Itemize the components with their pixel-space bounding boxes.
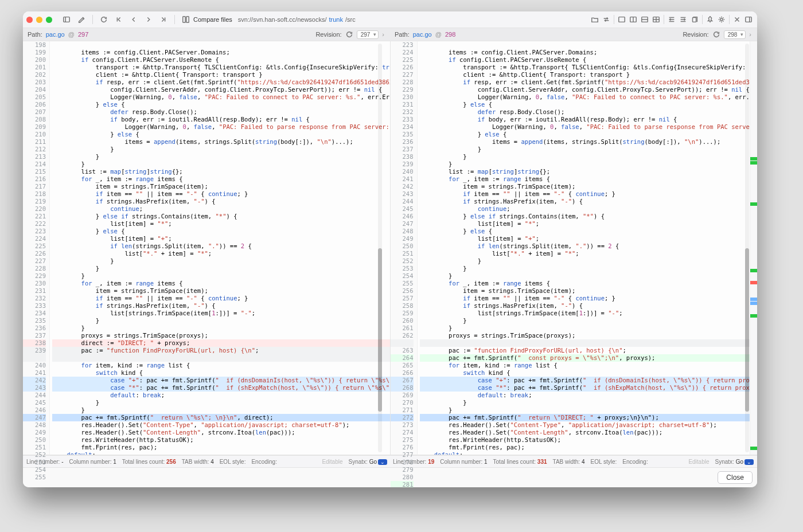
syntax-badge: ⌄ xyxy=(744,459,754,465)
sb-label: Synatx: xyxy=(715,459,734,465)
sb-value: 1 xyxy=(484,459,488,465)
window-controls xyxy=(26,17,57,23)
left-revision-select[interactable]: 297 xyxy=(357,30,379,39)
layout-b-icon[interactable] xyxy=(628,14,638,25)
sb-label: Encoding: xyxy=(622,459,648,465)
app-window: Compare files svn://svn.han-soft.cc/news… xyxy=(23,11,757,487)
nav-prev-icon[interactable] xyxy=(128,14,139,25)
right-scrollbar[interactable] xyxy=(745,44,749,452)
close-window-icon[interactable] xyxy=(26,17,33,23)
pin-icon[interactable] xyxy=(705,14,715,25)
revision-label: Revision: xyxy=(683,31,708,38)
syntax-value[interactable]: Go xyxy=(369,459,377,465)
sb-label: EOL style: xyxy=(590,459,617,465)
right-revision-select[interactable]: 298 xyxy=(724,30,746,39)
breadcrumb: Compare files svn://svn.han-soft.cc/news… xyxy=(181,14,585,25)
sidebar-toggle-icon[interactable] xyxy=(61,14,72,25)
sb-label: TAB width: xyxy=(553,459,580,465)
refresh-rev-icon[interactable] xyxy=(711,29,722,40)
edit-dropdown-icon[interactable] xyxy=(76,14,87,25)
svg-rect-0 xyxy=(64,17,70,22)
left-rev: 297 xyxy=(78,31,88,38)
close-button[interactable]: Close xyxy=(718,471,753,484)
rev-next-icon[interactable]: › xyxy=(748,31,753,38)
compare-files-icon xyxy=(181,14,191,25)
folder-open-icon[interactable] xyxy=(590,14,600,25)
sb-value: 256 xyxy=(166,459,176,465)
toolbar-right xyxy=(590,14,754,25)
overview-ruler[interactable] xyxy=(750,41,757,455)
reload-icon[interactable] xyxy=(99,14,109,25)
settings-icon[interactable] xyxy=(716,14,727,25)
sb-label: EOL style: xyxy=(220,459,246,465)
pane-headers: Path: pac.go@297 Revision: 297 › Path: p… xyxy=(23,28,757,41)
path-label: Path: xyxy=(28,31,42,38)
editable-label: Editable xyxy=(688,459,709,465)
sb-value: - xyxy=(61,459,63,465)
minimize-window-icon[interactable] xyxy=(36,17,42,23)
sb-label: Column number: xyxy=(440,459,482,465)
sb-value: 4 xyxy=(211,459,214,465)
panel-right-icon[interactable] xyxy=(743,14,754,25)
breadcrumb-tail: /src xyxy=(345,16,356,23)
sb-label: Encoding: xyxy=(251,459,276,465)
at-sign: @ xyxy=(435,31,442,38)
copy-icon[interactable] xyxy=(689,14,700,25)
left-scrollbar[interactable] xyxy=(378,44,382,452)
indent-left-icon[interactable] xyxy=(666,14,677,25)
right-rev: 298 xyxy=(445,31,455,38)
nav-first-icon[interactable] xyxy=(114,14,124,25)
sb-label: Column number: xyxy=(69,459,112,465)
breadcrumb-title: Compare files xyxy=(193,16,232,23)
right-gutter: 2232242252262272282292302312322332342352… xyxy=(391,41,418,455)
sb-label: Total lines count: xyxy=(493,459,536,465)
right-file-link[interactable]: pac.go xyxy=(413,31,432,38)
layout-a-icon[interactable] xyxy=(617,14,627,25)
sb-label: Total lines count: xyxy=(122,459,165,465)
left-gutter: 1981992002012022032042052062072082092102… xyxy=(23,41,50,455)
right-pane-header: Path: pac.go@298 Revision: 298 › xyxy=(390,28,757,41)
layout-d-icon[interactable] xyxy=(651,14,661,25)
expand-dropdown-icon[interactable] xyxy=(732,14,742,25)
sb-label: Synatx: xyxy=(349,459,368,465)
refresh-rev-icon[interactable] xyxy=(344,29,354,40)
diff-panes: 1981992002012022032042052062072082092102… xyxy=(23,41,757,455)
revision-label: Revision: xyxy=(315,31,341,38)
syntax-value[interactable]: Go xyxy=(736,459,743,465)
svg-rect-2 xyxy=(186,17,189,23)
breadcrumb-prefix: svn://svn.han-soft.cc/newsocks/ xyxy=(238,16,327,23)
sb-value: 1 xyxy=(113,459,116,465)
sb-value: 19 xyxy=(428,459,434,465)
svg-rect-3 xyxy=(619,17,625,22)
right-pane[interactable]: 2232242252262272282292302312322332342352… xyxy=(390,41,758,455)
right-code[interactable]: items := config.Client.PACServer.Domains… xyxy=(418,41,758,455)
at-sign: @ xyxy=(68,31,75,38)
status-left: Line number: - Column number: 1 Total li… xyxy=(26,459,387,465)
transfer-icon[interactable] xyxy=(601,14,611,25)
maximize-window-icon[interactable] xyxy=(46,17,52,23)
sb-label: TAB width: xyxy=(182,459,209,465)
status-right: Line number: 19 Column number: 1 Total l… xyxy=(393,459,754,465)
nav-last-icon[interactable] xyxy=(158,14,169,25)
svg-point-8 xyxy=(720,18,723,21)
left-file-link[interactable]: pac.go xyxy=(46,31,65,38)
breadcrumb-link[interactable]: trunk xyxy=(329,16,343,23)
left-pane[interactable]: 1981992002012022032042052062072082092102… xyxy=(23,41,390,455)
left-pane-header: Path: pac.go@297 Revision: 297 › xyxy=(23,28,390,41)
syntax-badge: ⌄ xyxy=(378,459,387,465)
left-code[interactable]: items := config.Client.PACServer.Domains… xyxy=(50,41,390,455)
titlebar: Compare files svn://svn.han-soft.cc/news… xyxy=(23,11,757,28)
sb-value: 331 xyxy=(537,459,547,465)
sb-value: 4 xyxy=(582,459,585,465)
editable-label: Editable xyxy=(322,459,342,465)
svg-rect-9 xyxy=(746,17,752,22)
layout-c-icon[interactable] xyxy=(640,14,650,25)
nav-next-icon[interactable] xyxy=(143,14,154,25)
svg-rect-7 xyxy=(693,18,696,22)
rev-next-icon[interactable]: › xyxy=(381,31,385,38)
svg-rect-1 xyxy=(183,17,185,23)
path-label: Path: xyxy=(395,31,410,38)
indent-right-icon[interactable] xyxy=(678,14,688,25)
